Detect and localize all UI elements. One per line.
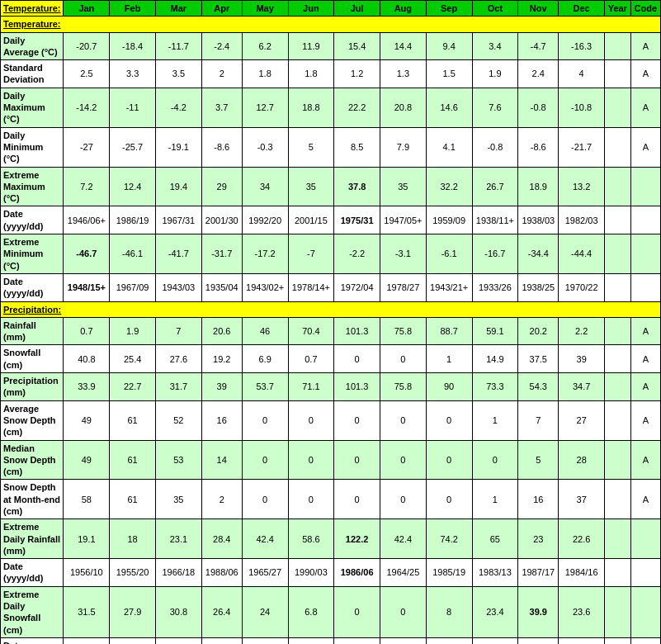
- data-cell: 19.1: [64, 519, 110, 559]
- data-cell: 11.9: [288, 32, 334, 60]
- header-sep: Sep: [426, 1, 472, 17]
- data-cell: -11: [110, 88, 156, 127]
- data-cell: 90: [426, 373, 472, 401]
- table-row: Date (yyyy/dd)1948/15+1967/091943/031935…: [1, 273, 661, 301]
- data-cell: [605, 345, 631, 373]
- data-cell: [605, 273, 631, 301]
- data-cell: 4: [559, 60, 605, 88]
- data-cell: 3.5: [155, 60, 201, 88]
- data-cell: 58.6: [288, 519, 334, 559]
- data-cell: 1935/04: [201, 273, 242, 301]
- data-cell: 27: [559, 400, 605, 440]
- data-cell: 0.7: [288, 345, 334, 373]
- data-cell: 1946/06+: [64, 206, 110, 234]
- data-cell: 88.7: [426, 317, 472, 345]
- data-cell: 0: [426, 440, 472, 480]
- data-cell: A: [630, 127, 660, 167]
- data-cell: 37.5: [518, 345, 559, 373]
- row-label: Daily Average (°C): [1, 32, 64, 60]
- data-cell: A: [630, 88, 660, 127]
- data-cell: 27.9: [110, 586, 156, 637]
- data-cell: [605, 480, 631, 519]
- data-cell: [605, 127, 631, 167]
- row-label: Average Snow Depth (cm): [1, 400, 64, 440]
- data-cell: 18: [110, 519, 156, 559]
- data-cell: [630, 559, 660, 587]
- data-cell: 20.8: [380, 88, 427, 127]
- data-cell: -3.1: [380, 234, 427, 274]
- data-cell: 1957/08: [518, 637, 559, 644]
- data-cell: 2001/30: [201, 206, 242, 234]
- data-cell: A: [630, 60, 660, 88]
- data-cell: A: [630, 345, 660, 373]
- data-cell: [630, 519, 660, 559]
- data-cell: 1938/11+: [472, 206, 518, 234]
- data-cell: 61: [110, 440, 156, 480]
- data-cell: 1959/09: [426, 206, 472, 234]
- data-cell: -46.7: [64, 234, 110, 274]
- data-cell: 1986/19: [110, 206, 156, 234]
- header-jan: Jan: [64, 1, 110, 17]
- data-cell: 1947/05+: [380, 206, 427, 234]
- data-cell: 19.2: [201, 345, 242, 373]
- header-feb: Feb: [110, 1, 156, 17]
- data-cell: 12.7: [242, 88, 288, 127]
- data-cell: [605, 586, 631, 637]
- data-cell: [605, 519, 631, 559]
- data-cell: 1965/27: [242, 559, 288, 587]
- data-cell: 1970/22: [559, 273, 605, 301]
- data-cell: 1990/10: [242, 637, 288, 644]
- data-cell: 23: [518, 519, 559, 559]
- data-cell: 35: [155, 480, 201, 519]
- data-cell: 14.6: [426, 88, 472, 127]
- data-cell: -19.1: [155, 127, 201, 167]
- data-cell: 0: [288, 400, 334, 440]
- table-row: Extreme Minimum (°C)-46.7-46.1-41.7-31.7…: [1, 234, 661, 274]
- table-row: Rainfall (mm)0.71.9720.64670.4101.375.88…: [1, 317, 661, 345]
- data-cell: 61: [110, 480, 156, 519]
- data-cell: 1: [472, 480, 518, 519]
- data-cell: 0: [380, 480, 427, 519]
- data-cell: 1984/16: [559, 559, 605, 587]
- header-jun: Jun: [288, 1, 334, 17]
- row-label: Snow Depth at Month-end (cm): [1, 480, 64, 519]
- data-cell: 53.7: [242, 373, 288, 401]
- row-label: Date (yyyy/dd): [1, 273, 64, 301]
- data-cell: 53: [155, 440, 201, 480]
- data-cell: [630, 586, 660, 637]
- data-cell: 1.2: [334, 60, 380, 88]
- table-row: Standard Deviation2.53.33.521.81.81.21.3…: [1, 60, 661, 88]
- data-cell: 16: [518, 480, 559, 519]
- data-cell: 1985/19: [426, 559, 472, 587]
- data-cell: 1982/03: [559, 206, 605, 234]
- data-cell: 1.3: [380, 60, 427, 88]
- table-row: Precipitation (mm)33.922.731.73953.771.1…: [1, 373, 661, 401]
- data-cell: -4.2: [155, 88, 201, 127]
- data-cell: 1991/28: [426, 637, 472, 644]
- data-cell: 49: [64, 440, 110, 480]
- data-cell: 20.2: [518, 317, 559, 345]
- data-cell: 7.6: [472, 88, 518, 127]
- data-cell: 0: [380, 345, 427, 373]
- header-mar: Mar: [155, 1, 201, 17]
- data-cell: 1945/26: [110, 637, 156, 644]
- table-row: Temperature:: [1, 17, 661, 32]
- table-row: Average Snow Depth (cm)49615216000001727…: [1, 400, 661, 440]
- header-label: Temperature:: [1, 1, 64, 17]
- data-cell: [630, 637, 660, 644]
- table-row: Daily Average (°C)-20.7-18.4-11.7-2.46.2…: [1, 32, 661, 60]
- data-cell: A: [630, 440, 660, 480]
- data-cell: 2: [201, 480, 242, 519]
- table-row: Date (yyyy/dd)1956/101955/201966/181988/…: [1, 559, 661, 587]
- data-cell: 1972/04: [334, 273, 380, 301]
- data-cell: -46.1: [110, 234, 156, 274]
- data-cell: 22.2: [334, 88, 380, 127]
- table-row: Snow Depth at Month-end (cm)586135200000…: [1, 480, 661, 519]
- data-cell: [630, 167, 660, 206]
- data-cell: 6.2: [242, 32, 288, 60]
- data-cell: 2.5: [64, 60, 110, 88]
- data-cell: 58: [64, 480, 110, 519]
- climate-table: Temperature: Jan Feb Mar Apr May Jun Jul…: [0, 0, 661, 644]
- header-oct: Oct: [472, 1, 518, 17]
- header-aug: Aug: [380, 1, 427, 17]
